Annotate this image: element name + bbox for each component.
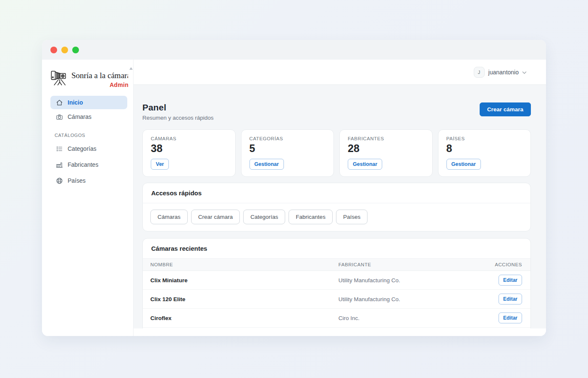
sidebar-item-camaras[interactable]: Cámaras [50,110,127,123]
stat-action-button[interactable]: Gestionar [249,159,284,170]
globe-icon [56,177,63,184]
camera-manufacturer: Braun [331,328,476,329]
app-window: Sonría a la cámara Admin Inicio Cámaras [42,40,546,336]
edit-button[interactable]: Editar [499,294,522,304]
quick-access-camaras-button[interactable]: Cámaras [150,210,188,224]
sidebar-item-categorias[interactable]: Categorías [50,142,127,155]
create-camera-button[interactable]: Crear cámara [480,102,531,116]
camera-name: Clix 120 Elite [143,290,331,309]
brand-title: Sonría a la cámara [71,71,131,80]
stat-value: 8 [446,142,523,155]
stat-cards: CÁMARAS 38 Ver CATEGORÍAS 5 Gestionar FA… [142,129,531,177]
quick-access-fabricantes-button[interactable]: Fabricantes [289,210,333,224]
camera-manufacturer: Utility Manufacturing Co. [331,290,476,309]
quick-access-card: Accesos rápidos Cámaras Crear cámara Cat… [142,183,531,231]
main-area: J juanantonio Panel Resumen y accesos rá… [134,60,546,336]
window-titlebar [42,40,546,60]
folding-camera-tripod-icon [50,67,70,89]
scroll-up-arrow-icon[interactable] [129,67,133,70]
content-area: Panel Resumen y accesos rápidos Crear cá… [134,85,546,328]
recent-cameras-table: NOMBRE FABRICANTE ACCIONES Clix Miniatur… [143,259,530,328]
chevron-down-icon [522,68,527,76]
stat-card-camaras: CÁMARAS 38 Ver [142,129,236,177]
top-header: J juanantonio [134,60,546,85]
sidebar-item-label: Fabricantes [68,161,98,168]
quick-access-categorias-button[interactable]: Categorías [243,210,285,224]
sidebar-item-label: Países [68,177,86,184]
sidebar-item-label: Inicio [68,99,83,106]
list-icon [56,145,63,152]
minimize-window-button[interactable] [61,47,68,53]
edit-button[interactable]: Editar [499,312,522,323]
user-menu[interactable]: J juanantonio [474,67,527,78]
edit-button[interactable]: Editar [499,275,522,286]
table-row: Clix Miniature Utility Manufacturing Co.… [143,271,530,290]
stat-action-button[interactable]: Gestionar [446,159,481,170]
column-header-fabricante: FABRICANTE [331,259,476,271]
stat-value: 5 [249,142,326,155]
camera-name: Ciroflex [143,309,331,328]
sidebar-section-catalogos: CATÁLOGOS [55,133,127,138]
sidebar-item-label: Cámaras [68,113,92,120]
stat-label: CÁMARAS [151,136,227,141]
page-subtitle: Resumen y accesos rápidos [142,115,214,121]
sidebar-item-inicio[interactable]: Inicio [50,96,127,109]
sidebar: Sonría a la cámara Admin Inicio Cámaras [42,60,128,336]
table-row: Clix 120 Elite Utility Manufacturing Co.… [143,290,530,309]
stat-value: 38 [151,142,227,155]
page-title: Panel [142,102,214,113]
camera-icon [56,113,63,121]
stat-label: PAÍSES [446,136,523,141]
table-row: Ciroflex Ciro Inc. Editar [143,309,530,328]
sidebar-nav: Inicio Cámaras CATÁLOGOS Categorías [50,96,128,187]
username: juanantonio [488,69,519,76]
stat-action-button[interactable]: Gestionar [348,159,382,170]
stat-card-fabricantes: FABRICANTES 28 Gestionar [339,129,433,177]
stat-label: FABRICANTES [348,136,424,141]
quick-access-paises-button[interactable]: Países [336,210,368,224]
avatar: J [474,67,485,78]
home-icon [56,99,63,106]
camera-manufacturer: Utility Manufacturing Co. [331,271,476,290]
sidebar-item-label: Categorías [68,145,96,152]
sidebar-scrollbar[interactable] [128,60,134,336]
stat-value: 28 [348,142,424,155]
stat-card-categorias: CATEGORÍAS 5 Gestionar [241,129,334,177]
quick-access-crear-camara-button[interactable]: Crear cámara [191,210,240,224]
factory-icon [56,161,63,168]
sidebar-item-paises[interactable]: Países [50,174,127,187]
close-window-button[interactable] [50,47,57,53]
column-header-acciones: ACCIONES [476,259,530,271]
brand-admin-badge: Admin [71,81,129,88]
camera-manufacturer: Ciro Inc. [331,309,476,328]
maximize-window-button[interactable] [72,47,79,53]
recent-cameras-title: Cámaras recientes [143,239,530,259]
table-row: Braun Imperial Braun Editar [143,328,530,329]
stat-card-paises: PAÍSES 8 Gestionar [438,129,531,177]
camera-name: Braun Imperial [143,328,331,329]
recent-cameras-card: Cámaras recientes NOMBRE FABRICANTE ACCI… [142,238,531,328]
camera-name: Clix Miniature [143,271,331,290]
column-header-nombre: NOMBRE [143,259,331,271]
brand-logo[interactable]: Sonría a la cámara Admin [50,67,128,89]
stat-action-button[interactable]: Ver [151,159,169,170]
stat-label: CATEGORÍAS [249,136,326,141]
quick-access-title: Accesos rápidos [143,183,530,203]
sidebar-item-fabricantes[interactable]: Fabricantes [50,158,127,171]
